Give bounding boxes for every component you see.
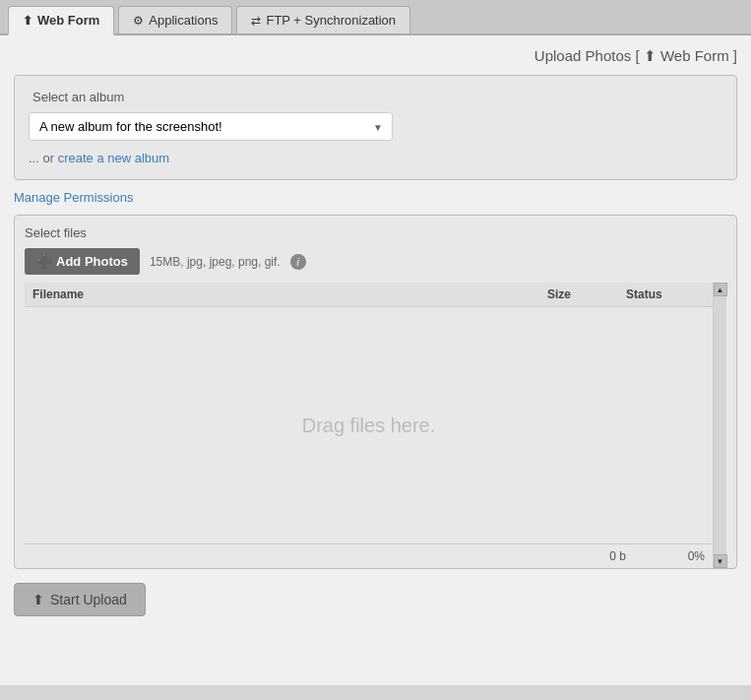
main-content: Upload Photos [ ⬆ Web Form ] Select an a…	[0, 35, 751, 685]
album-select[interactable]: A new album for the screenshot!	[29, 112, 393, 141]
create-new-album-link[interactable]: create a new album	[58, 151, 169, 165]
manage-permissions-link[interactable]: Manage Permissions	[14, 190, 737, 205]
file-table-inner: Filename Size Status Drag files here. 0 …	[25, 283, 713, 568]
scroll-down-arrow[interactable]: ▼	[714, 554, 727, 568]
album-section: Select an album A new album for the scre…	[14, 75, 737, 180]
file-table: Filename Size Status Drag files here. 0 …	[25, 283, 726, 568]
tab-applications[interactable]: ⚙ Applications	[118, 6, 232, 33]
drag-files-text: Drag files here.	[302, 414, 436, 437]
tabs-bar: ⬆ Web Form ⚙ Applications ⇄ FTP + Synchr…	[0, 0, 751, 35]
files-legend: Select files	[25, 225, 726, 240]
scrollbar[interactable]: ▲ ▼	[713, 283, 726, 568]
col-status: Status	[626, 287, 705, 301]
start-upload-label: Start Upload	[50, 592, 127, 607]
file-info-text: 15MB, jpg, jpeg, png, gif.	[150, 255, 281, 269]
add-photos-button[interactable]: ➕ Add Photos	[25, 248, 140, 275]
files-toolbar: ➕ Add Photos 15MB, jpg, jpeg, png, gif. …	[25, 248, 726, 275]
footer-empty	[32, 549, 547, 563]
info-icon[interactable]: i	[290, 254, 306, 270]
ftp-icon: ⇄	[251, 14, 261, 28]
album-select-wrapper[interactable]: A new album for the screenshot!	[29, 112, 393, 141]
upload-icon: ⬆	[32, 592, 44, 607]
file-table-header: Filename Size Status	[25, 283, 713, 307]
tab-web-form-label: Web Form	[37, 13, 99, 28]
tab-ftp-sync[interactable]: ⇄ FTP + Synchronization	[236, 6, 410, 33]
col-filename: Filename	[32, 287, 547, 301]
file-drop-area[interactable]: Drag files here.	[25, 307, 713, 543]
scroll-up-arrow[interactable]: ▲	[714, 283, 727, 296]
file-table-footer: 0 b 0%	[25, 543, 713, 568]
page-title: Upload Photos [ ⬆ Web Form ]	[14, 47, 737, 65]
plus-icon: ➕	[36, 254, 52, 269]
album-legend: Select an album	[29, 90, 722, 104]
footer-percent: 0%	[626, 549, 705, 563]
col-size: Size	[547, 287, 626, 301]
tab-applications-label: Applications	[149, 13, 218, 28]
tab-web-form[interactable]: ⬆ Web Form	[8, 6, 114, 35]
files-section: Select files ➕ Add Photos 15MB, jpg, jpe…	[14, 215, 737, 569]
applications-icon: ⚙	[133, 14, 144, 28]
footer-size: 0 b	[547, 549, 626, 563]
add-photos-label: Add Photos	[56, 254, 128, 269]
tab-ftp-label: FTP + Synchronization	[266, 13, 396, 28]
start-upload-button[interactable]: ⬆ Start Upload	[14, 583, 146, 616]
or-text: ... or	[29, 151, 54, 165]
web-form-icon: ⬆	[23, 14, 32, 28]
